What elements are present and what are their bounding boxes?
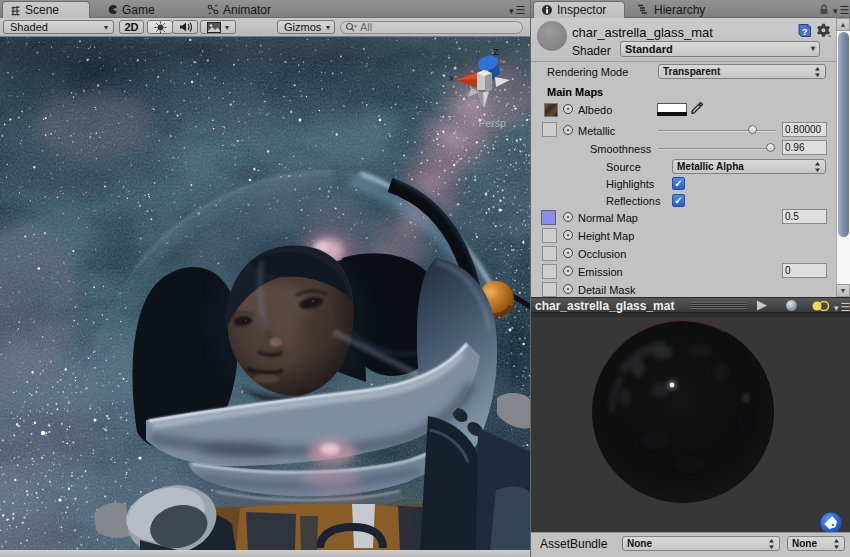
svg-text:‹ Persp: ‹ Persp <box>472 117 506 129</box>
svg-text:Z: Z <box>493 47 499 57</box>
svg-text:x: x <box>449 73 454 83</box>
svg-text:?: ? <box>802 27 808 37</box>
